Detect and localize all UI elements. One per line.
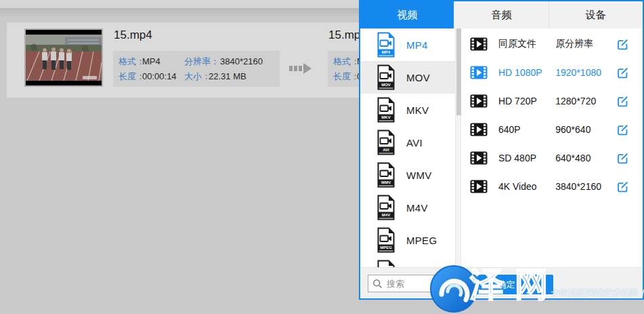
file-type-icon: AVI bbox=[377, 129, 395, 156]
format-label: WMV bbox=[406, 170, 432, 181]
preset-row[interactable]: SD 480P 640*480 bbox=[461, 144, 643, 172]
video-converter-window: 15.mp4 格式： MP4 分辨率： 3840*2160 长度： 00:00:… bbox=[0, 0, 644, 314]
scrollbar-thumb[interactable] bbox=[456, 28, 461, 115]
preset-name: 4K Video bbox=[498, 181, 555, 192]
popup-body: MP4 MP4 MOV MOV MKV MKV AV bbox=[360, 28, 643, 267]
format-item-mkv[interactable]: MKV MKV bbox=[360, 94, 455, 126]
edit-icon[interactable] bbox=[616, 123, 629, 136]
search-box[interactable] bbox=[368, 275, 454, 292]
duration-value: 00:00:14 bbox=[142, 71, 177, 82]
svg-text:MKV: MKV bbox=[381, 115, 390, 119]
file-type-icon: MPEG bbox=[377, 227, 395, 254]
search-icon bbox=[372, 279, 383, 289]
search-input[interactable] bbox=[385, 278, 446, 290]
edit-icon[interactable] bbox=[616, 95, 629, 108]
popup-footer: 确定 bbox=[360, 267, 643, 298]
svg-text:MOV: MOV bbox=[381, 83, 391, 87]
preset-row[interactable]: HD 1080P 1920*1080 bbox=[461, 58, 643, 87]
preset-resolution: 原分辨率 bbox=[555, 38, 616, 50]
file-type-icon: M4V bbox=[377, 194, 395, 221]
format-item-wmv[interactable]: WMV WMV bbox=[360, 159, 455, 191]
format-item-mp4[interactable]: MP4 MP4 bbox=[360, 28, 455, 61]
format-list-scrollbar[interactable] bbox=[455, 28, 461, 267]
dim-overlay bbox=[359, 300, 644, 314]
svg-text:AVI: AVI bbox=[383, 148, 389, 152]
preset-name: HD 1080P bbox=[498, 67, 555, 78]
edit-icon[interactable] bbox=[616, 152, 629, 165]
preset-row[interactable]: 640P 960*640 bbox=[461, 115, 643, 144]
format-item-m4v[interactable]: M4V M4V bbox=[360, 191, 455, 224]
format-label: MP4 bbox=[406, 39, 428, 51]
size-value: 22.31 MB bbox=[209, 71, 246, 82]
preset-name: SD 480P bbox=[498, 153, 555, 163]
filmstrip-icon bbox=[470, 151, 488, 165]
format-list: MP4 MP4 MOV MOV MKV MKV AV bbox=[360, 28, 455, 267]
svg-text:MP4: MP4 bbox=[382, 50, 391, 54]
edit-icon[interactable] bbox=[616, 38, 629, 51]
source-file-info: 格式： MP4 分辨率： 3840*2160 长度： 00:00:14 大小： … bbox=[113, 51, 280, 87]
filmstrip-icon bbox=[470, 37, 488, 51]
format-label: MOV bbox=[406, 72, 430, 83]
file-type-icon: WMV bbox=[377, 161, 395, 189]
preset-resolution: 960*640 bbox=[555, 124, 616, 135]
video-thumbnail bbox=[24, 28, 103, 87]
preset-list: 同原文件 原分辨率 HD 1080P 1920*1080 bbox=[461, 30, 643, 201]
preset-resolution: 1920*1080 bbox=[555, 67, 616, 78]
source-file-title: 15.mp4 bbox=[114, 28, 152, 42]
svg-text:M4V: M4V bbox=[382, 213, 390, 217]
preset-name: 640P bbox=[498, 124, 555, 135]
file-type-icon: MKV bbox=[377, 96, 395, 123]
size-label: 大小： bbox=[184, 71, 211, 82]
filmstrip-icon bbox=[470, 94, 488, 108]
tab-视频[interactable]: 视频 bbox=[360, 1, 454, 28]
file-type-icon bbox=[377, 259, 395, 267]
preset-name: HD 720P bbox=[498, 96, 555, 106]
preset-resolution: 3840*2160 bbox=[555, 181, 616, 192]
format-label: AVI bbox=[406, 137, 423, 149]
filmstrip-icon bbox=[470, 66, 488, 79]
confirm-button[interactable]: 确定 bbox=[459, 275, 553, 294]
tab-音频[interactable]: 音频 bbox=[454, 1, 548, 28]
format-value: MP4 bbox=[142, 56, 160, 67]
file-type-icon: MP4 bbox=[377, 31, 395, 58]
format-label: 格式： bbox=[119, 56, 145, 67]
duration-label: 长度： bbox=[119, 71, 145, 82]
format-item-mpeg[interactable]: MPEG MPEG bbox=[360, 224, 455, 256]
preset-resolution: 1280*720 bbox=[555, 96, 616, 106]
format-label: 格式： bbox=[333, 56, 360, 67]
output-format-popup: 视频音频设备 MP4 MP4 MOV MOV MK bbox=[359, 0, 644, 300]
popup-tab-bar: 视频音频设备 bbox=[360, 1, 643, 28]
format-label: M4V bbox=[406, 202, 428, 214]
format-item-mov[interactable]: MOV MOV bbox=[360, 61, 455, 94]
tab-设备[interactable]: 设备 bbox=[549, 1, 643, 28]
edit-icon[interactable] bbox=[616, 180, 629, 193]
svg-text:MPEG: MPEG bbox=[380, 246, 392, 250]
resolution-label: 分辨率： bbox=[184, 56, 219, 67]
file-type-icon: MOV bbox=[377, 64, 395, 91]
preset-name: 同原文件 bbox=[498, 38, 555, 50]
format-label: MPEG bbox=[406, 235, 437, 246]
duration-label: 长度： bbox=[333, 71, 360, 82]
preset-resolution: 640*480 bbox=[555, 153, 616, 163]
svg-text:WMV: WMV bbox=[381, 180, 391, 184]
convert-arrow-icon bbox=[289, 60, 312, 77]
filmstrip-icon bbox=[470, 180, 488, 193]
format-label: MKV bbox=[406, 104, 429, 116]
format-item-avi[interactable]: AVI AVI bbox=[360, 126, 455, 159]
preset-row[interactable]: 4K Video 3840*2160 bbox=[461, 172, 643, 201]
filmstrip-icon bbox=[470, 123, 488, 136]
video-frame-image bbox=[26, 30, 102, 85]
preset-row[interactable]: HD 720P 1280*720 bbox=[461, 87, 643, 115]
format-item[interactable] bbox=[360, 256, 455, 267]
preset-row[interactable]: 同原文件 原分辨率 bbox=[461, 30, 643, 58]
edit-icon[interactable] bbox=[616, 66, 629, 79]
resolution-value: 3840*2160 bbox=[220, 56, 263, 67]
